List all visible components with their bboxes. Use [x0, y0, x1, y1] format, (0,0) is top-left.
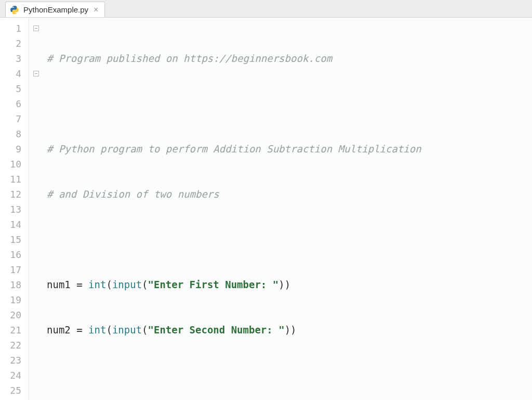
fold-strip: [29, 18, 43, 400]
line-number: 22: [0, 338, 29, 353]
file-tab[interactable]: PythonExample.py ×: [5, 2, 105, 17]
line-number: 12: [0, 187, 29, 202]
line-number: 1: [0, 21, 29, 36]
line-number: 19: [0, 292, 29, 307]
line-number: 20: [0, 307, 29, 322]
line-number: 14: [0, 217, 29, 232]
fold-toggle-icon[interactable]: [33, 71, 39, 76]
line-number: 21: [0, 322, 29, 338]
line-number: 18: [0, 277, 29, 292]
code-line: [47, 96, 532, 111]
tab-bar: PythonExample.py ×: [0, 0, 532, 18]
line-number: 16: [0, 247, 29, 262]
line-number: 7: [0, 111, 29, 126]
line-number: 3: [0, 51, 29, 66]
line-number: 13: [0, 202, 29, 217]
line-number: 4: [0, 66, 29, 81]
python-file-icon: [10, 5, 19, 15]
code-line: # and Division of two numbers: [47, 187, 532, 202]
line-number: 5: [0, 81, 29, 96]
code-line: # Python program to perform Addition Sub…: [47, 141, 532, 157]
line-number: 17: [0, 262, 29, 277]
line-number: 11: [0, 172, 29, 187]
close-icon[interactable]: ×: [92, 6, 99, 14]
line-number-gutter: 1234567891011121314151617181920212223242…: [0, 18, 29, 400]
line-number: 6: [0, 96, 29, 111]
file-tab-label: PythonExample.py: [23, 5, 88, 14]
code-area[interactable]: # Program published on https://beginners…: [43, 18, 532, 400]
line-number: 23: [0, 353, 29, 368]
line-number: 24: [0, 368, 29, 383]
code-line: # Program published on https://beginners…: [47, 51, 532, 66]
line-number: 2: [0, 36, 29, 51]
code-editor[interactable]: 1234567891011121314151617181920212223242…: [0, 18, 532, 400]
code-line: num1 = int(input("Enter First Number: ")…: [47, 277, 532, 292]
line-number: 8: [0, 126, 29, 141]
code-line: [47, 232, 532, 247]
line-number: 25: [0, 383, 29, 398]
line-number: 10: [0, 157, 29, 172]
code-line: [47, 368, 532, 383]
fold-toggle-icon[interactable]: [33, 25, 39, 31]
line-number: 15: [0, 232, 29, 247]
line-number: 9: [0, 141, 29, 157]
code-line: num2 = int(input("Enter Second Number: "…: [47, 322, 532, 338]
